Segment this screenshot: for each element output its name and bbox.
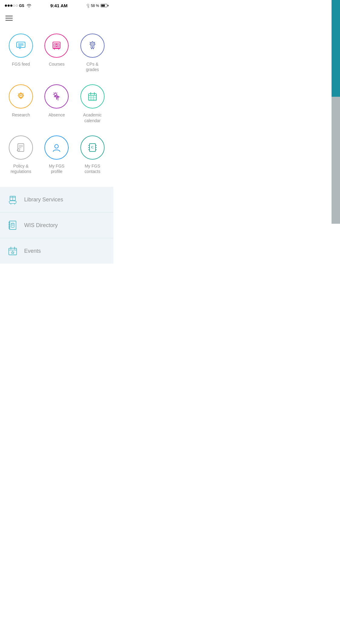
fgs-feed-label: FGS feed [12, 61, 30, 67]
svg-text:C: C [91, 145, 94, 149]
dot1 [5, 5, 7, 7]
absence-label: Absence [48, 112, 65, 118]
research-icon-circle [9, 84, 33, 109]
svg-line-18 [18, 94, 19, 94]
courses-icon-circle [44, 34, 69, 58]
grid-item-research[interactable]: Research [3, 79, 39, 130]
dot3 [10, 5, 12, 7]
dot5 [16, 5, 18, 7]
grid-item-policy-regulations[interactable]: Policy & regulations [3, 130, 39, 181]
wifi-icon [27, 4, 31, 8]
svg-rect-55 [9, 221, 16, 229]
hamburger-line1 [5, 16, 13, 16]
svg-point-24 [54, 93, 57, 96]
grid-section: FGS feed Courses [0, 25, 113, 187]
academic-calendar-icon [86, 90, 99, 103]
carrier-label: GS [19, 4, 24, 8]
cps-grades-icon-circle [80, 34, 105, 58]
svg-point-43 [55, 145, 58, 148]
svg-rect-65 [9, 248, 17, 255]
status-left: GS [5, 4, 31, 8]
events-icon [6, 244, 19, 258]
wis-directory-label: WIS Directory [24, 222, 58, 229]
svg-marker-69 [11, 251, 14, 254]
my-fgs-profile-label: My FGS profile [49, 163, 64, 174]
absence-icon [50, 90, 63, 103]
absence-icon-circle [44, 84, 69, 109]
hamburger-line3 [5, 20, 13, 21]
library-services-label: Library Services [24, 197, 63, 203]
courses-label: Courses [49, 61, 64, 67]
research-icon [15, 90, 27, 103]
cps-grades-icon [86, 39, 99, 52]
academic-calendar-label: Academic calendar [83, 112, 102, 123]
svg-line-26 [57, 93, 57, 93]
grid-item-my-fgs-contacts[interactable]: C My FGS contacts [75, 130, 110, 181]
svg-point-7 [90, 42, 95, 46]
grid-item-cps-grades[interactable]: CPs & grades [75, 28, 110, 79]
events-label: Events [24, 248, 41, 254]
svg-rect-31 [89, 94, 96, 100]
hamburger-line2 [5, 18, 13, 18]
dot2 [8, 5, 10, 7]
my-fgs-contacts-icon-circle: C [80, 135, 105, 160]
signal-dots [5, 5, 18, 7]
cps-grades-label: CPs & grades [86, 61, 99, 72]
courses-icon [50, 39, 63, 52]
bluetooth-icon [86, 4, 89, 8]
policy-regulations-icon-circle [9, 135, 33, 160]
dot4 [13, 5, 15, 7]
library-services-icon [6, 193, 19, 206]
grid-item-courses[interactable]: Courses [39, 28, 74, 79]
hamburger-menu[interactable] [0, 10, 113, 25]
svg-line-16 [23, 94, 24, 94]
grid-item-my-fgs-profile[interactable]: My FGS profile [39, 130, 74, 181]
svg-rect-0 [17, 42, 25, 47]
battery-icon [101, 4, 108, 7]
my-fgs-profile-icon [50, 141, 63, 154]
svg-line-28 [54, 93, 54, 93]
policy-regulations-icon [15, 141, 27, 154]
grid-item-academic-calendar[interactable]: Academic calendar [75, 79, 110, 130]
fgs-feed-icon [15, 39, 27, 52]
list-item-events[interactable]: Events [0, 238, 113, 264]
list-item-wis-directory[interactable]: WIS Directory [0, 213, 113, 238]
battery-percent: 58 % [91, 4, 99, 8]
svg-line-12 [90, 42, 90, 43]
svg-line-10 [94, 42, 95, 43]
list-item-library-services[interactable]: Library Services [0, 187, 113, 213]
my-fgs-contacts-icon: C [86, 141, 99, 154]
grid-item-fgs-feed[interactable]: FGS feed [3, 28, 39, 79]
wis-directory-icon [6, 219, 19, 232]
policy-regulations-label: Policy & regulations [11, 163, 31, 174]
grid-item-absence[interactable]: Absence [39, 79, 74, 130]
research-label: Research [12, 112, 30, 118]
fgs-feed-icon-circle [9, 34, 33, 58]
svg-point-8 [92, 43, 93, 45]
svg-rect-39 [18, 144, 24, 151]
my-fgs-contacts-label: My FGS contacts [85, 163, 100, 174]
status-bar: GS 9:41 AM 58 % [0, 0, 113, 10]
app-grid: FGS feed Courses [3, 28, 110, 181]
status-right: 58 % [86, 4, 108, 8]
list-section: Library Services WIS Directory [0, 187, 113, 264]
academic-calendar-icon-circle [80, 84, 105, 109]
svg-point-61 [11, 223, 12, 224]
status-time: 9:41 AM [50, 3, 68, 8]
my-fgs-profile-icon-circle [44, 135, 69, 160]
